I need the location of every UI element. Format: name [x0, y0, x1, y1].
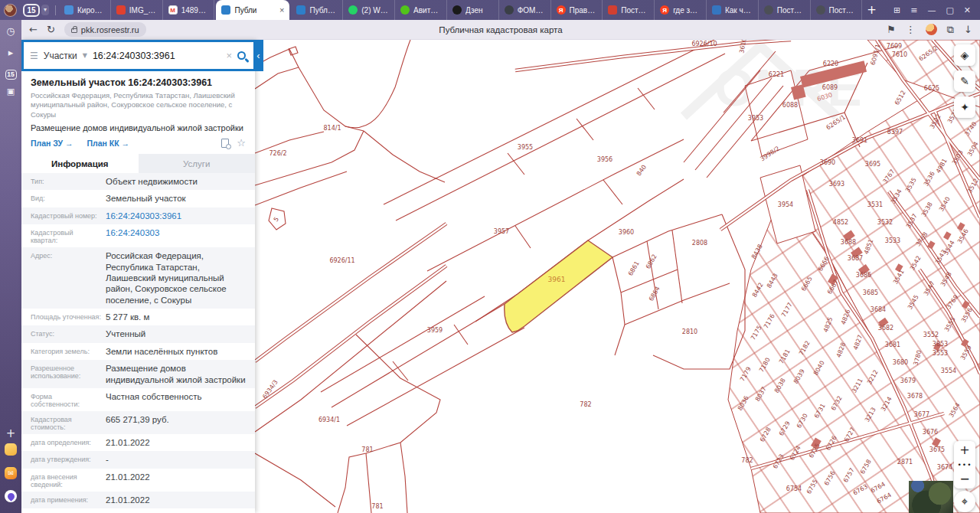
- mail-icon[interactable]: ✉: [0, 466, 21, 480]
- info-row-value: 21.01.2022: [106, 495, 246, 505]
- browser-tab[interactable]: Кировск: [59, 0, 111, 20]
- browser-tab[interactable]: Ягде закр: [655, 0, 707, 20]
- parcel-label: 7609: [887, 43, 902, 50]
- parcel-label: 3685: [863, 289, 878, 296]
- account-avatar[interactable]: [926, 24, 937, 35]
- favorite-star-icon[interactable]: ☆: [237, 138, 246, 148]
- tab-label: Публичн: [309, 6, 337, 15]
- info-row-label: Вид:: [31, 193, 106, 204]
- info-row-label: Форма собственности:: [31, 391, 106, 408]
- plan-kk-link[interactable]: План КК →: [87, 139, 129, 148]
- kebab-menu-icon[interactable]: ⋮: [906, 25, 916, 34]
- parcel-label: 6864: [648, 286, 662, 302]
- menu-burger-icon[interactable]: ☰: [30, 51, 38, 60]
- info-row-value: Объект недвижимости: [106, 176, 246, 187]
- preview-document-icon[interactable]: [221, 139, 229, 148]
- parcel-label: 3955: [518, 144, 533, 151]
- parcel-label: 3675: [929, 446, 945, 453]
- info-row-value: 665 271,39 руб.: [106, 414, 246, 431]
- menu-icon[interactable]: ≡: [910, 6, 917, 15]
- close-icon[interactable]: ✕: [964, 6, 971, 15]
- zoom-in-button[interactable]: +: [954, 441, 975, 459]
- more-options-button[interactable]: •••: [954, 459, 975, 470]
- browser-tab[interactable]: Как част: [707, 0, 759, 20]
- collections-icon[interactable]: ⧉: [947, 25, 954, 34]
- side-panel-icon[interactable]: ⊞: [893, 6, 900, 15]
- selected-parcel[interactable]: [505, 240, 612, 332]
- parcel-label: 3954: [778, 201, 793, 208]
- browser-tab[interactable]: Постано: [603, 0, 655, 20]
- info-row-label: Кадастровый номер:: [31, 211, 106, 221]
- browser-tab[interactable]: Публичн: [291, 0, 343, 20]
- info-row-label: Категория земель:: [31, 346, 106, 357]
- player-icon[interactable]: ▸: [0, 47, 21, 57]
- parcel-label: 2871: [897, 459, 913, 466]
- zoom-out-button[interactable]: −: [954, 470, 975, 488]
- browser-tab[interactable]: ЯПравите: [551, 0, 603, 20]
- back-icon[interactable]: ←: [29, 25, 38, 34]
- download-icon[interactable]: ↓: [964, 25, 972, 34]
- tab-favicon: Я: [557, 5, 566, 15]
- sticker-icon[interactable]: [0, 443, 21, 458]
- search-category-dropdown[interactable]: Участки: [44, 51, 77, 61]
- address-bar[interactable]: pkk.rosreestr.ru: [64, 22, 146, 37]
- browser-tab[interactable]: ФОМ: 81: [499, 0, 551, 20]
- bookmark-icon[interactable]: ⚑: [887, 25, 896, 34]
- browser-tab[interactable]: Дзен: [447, 0, 499, 20]
- info-row-label: Адрес:: [31, 250, 106, 306]
- browser-tab[interactable]: Постано: [759, 0, 811, 20]
- browser-tab[interactable]: M14896 - В: [163, 0, 215, 20]
- assistant-icon[interactable]: [0, 490, 21, 502]
- info-row-value-link[interactable]: 16:24:240303:3961: [106, 211, 246, 221]
- tab-information[interactable]: Информация: [21, 154, 139, 173]
- minimize-icon[interactable]: —: [927, 6, 936, 15]
- map-area[interactable]: ONPE: [255, 40, 980, 513]
- browser-tab[interactable]: Публи×: [216, 0, 289, 20]
- tab-counter-button[interactable]: 15 ▾: [23, 4, 49, 17]
- refresh-icon[interactable]: ↻: [47, 25, 55, 34]
- history-clock-icon[interactable]: ◷: [0, 26, 21, 36]
- add-icon[interactable]: +: [0, 428, 21, 439]
- info-row-value-link[interactable]: 16:24:240303: [106, 227, 246, 244]
- search-input[interactable]: [93, 51, 220, 61]
- tab-label: Как част: [725, 6, 753, 15]
- browser-tab[interactable]: IMG_202: [111, 0, 163, 20]
- info-row-label: Статус:: [31, 328, 106, 339]
- chevron-down-icon[interactable]: ▼: [83, 53, 87, 59]
- parcel-label: 6926/11: [329, 257, 354, 264]
- tab-label: Авито: н: [413, 6, 441, 15]
- basemap-preview[interactable]: [909, 481, 953, 513]
- geolocate-button[interactable]: ⌖: [954, 491, 975, 512]
- tabs-counter-icon[interactable]: 15: [0, 67, 21, 80]
- tab-services[interactable]: Услуги: [139, 154, 256, 173]
- tab-favicon: [116, 5, 126, 15]
- browser-tab[interactable]: (2) What: [343, 0, 395, 20]
- browser-profile-avatar[interactable]: [4, 4, 17, 17]
- selected-parcel-label: 3961: [548, 276, 566, 283]
- parcel-label: 3679: [900, 377, 916, 384]
- restore-icon[interactable]: ▢: [946, 6, 953, 15]
- measure-ruler-icon[interactable]: ✎: [954, 70, 975, 92]
- screenshot-icon[interactable]: ▣: [0, 87, 21, 96]
- map-canvas[interactable]: ONPE: [255, 40, 980, 513]
- browser-tab-bar: 15 ▾ КировскIMG_202M14896 - ВПубли×Публи…: [0, 0, 980, 20]
- browser-tab[interactable]: Постано: [811, 0, 863, 20]
- info-row-value: Учтенный: [106, 328, 246, 339]
- tab-favicon: [221, 5, 230, 15]
- tab-label: ФОМ: 81: [518, 6, 545, 15]
- tab-close-icon[interactable]: ×: [279, 5, 284, 15]
- parcel-label: 3695: [865, 161, 880, 168]
- parcel-label: 726/2: [269, 150, 286, 157]
- parcel-label: 3957: [494, 228, 509, 235]
- collapse-panel-icon[interactable]: ‹: [253, 40, 263, 71]
- url-text: pkk.rosreestr.ru: [81, 25, 139, 34]
- search-icon[interactable]: [237, 51, 246, 60]
- new-tab-button[interactable]: +: [867, 5, 877, 16]
- search-field[interactable]: ☰ Участки ▼ ×: [24, 42, 253, 69]
- clear-search-icon[interactable]: ×: [226, 50, 232, 61]
- browser-tab[interactable]: Авито: н: [395, 0, 447, 20]
- tab-favicon: [400, 5, 410, 15]
- navigate-icon[interactable]: ✦: [954, 96, 975, 118]
- layers-icon[interactable]: ◈: [954, 44, 975, 66]
- plan-zu-link[interactable]: План ЗУ →: [31, 139, 73, 148]
